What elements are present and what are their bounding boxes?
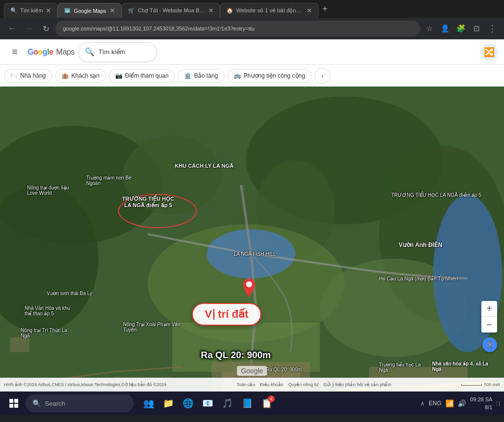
map-footer: Hình ảnh ©2024 Airbus,CNES / Airbus,Maxa… [0,378,504,392]
tab-batdongsan-close[interactable]: ✕ [307,7,312,14]
maps-controls: 🔀 [480,43,498,61]
new-tab-button[interactable]: + [318,4,332,14]
tab-search-close[interactable]: ✕ [46,7,51,14]
taskbar-search-bar[interactable]: 🔍 Search [26,394,134,412]
location-pin[interactable] [241,277,257,300]
zoom-controls: + − [481,301,497,332]
tab-chotot-close[interactable]: ✕ [208,7,214,14]
map-link-privacy[interactable]: Quyền riêng tư [288,382,318,387]
tab-chotot[interactable]: 🛒 Chợ Tốt - Website Mua Bán, Rao... ✕ [122,3,220,18]
poi-filter-bar: 🍽️ Nhà hàng 🏨 Khách sạn 📷 Điểm tham quan… [0,65,504,87]
reload-button[interactable]: ↻ [38,21,53,36]
maps-search-text: Tìm kiếm [98,48,125,56]
tab-batdongsan[interactable]: 🏠 Website số 1 về bất động sản - N... ✕ [220,3,318,18]
poi-chip-transit-label: Phương tiện công cộng [244,72,305,79]
tab-search[interactable]: 🔍 Tìm kiếm ✕ [4,3,58,18]
taskbar-apps-area: 👥 📁 🌐 📧 🎵 📘 📋 4 [136,394,418,412]
svg-rect-22 [10,337,30,352]
poi-chip-attraction-label: Điểm tham quan [125,72,168,79]
taskbar-search-text: Search [45,400,65,407]
maps-search-icon: 🔍 [85,47,94,57]
transit-icon: 🚌 [234,72,241,79]
forward-button[interactable]: → [22,21,36,36]
taskbar-language[interactable]: ENG [429,400,441,407]
menu-button[interactable]: ⋮ [485,22,499,35]
hotel-icon: 🏨 [62,72,69,79]
map-copyright: Hình ảnh ©2024 Airbus,CNES / Airbus,Maxa… [4,382,166,387]
map-container[interactable]: KHU CÁCH LY LA NGÃ Trường mầm non Bé Ngo… [0,87,504,392]
taskbar-app-facebook[interactable]: 📘 [238,394,256,412]
tab-bar: 🔍 Tìm kiếm ✕ 🗺️ Google Maps ✕ 🛒 Chợ Tốt … [0,0,504,18]
maps-menu-button[interactable]: ≡ [6,43,24,61]
zoom-in-button[interactable]: + [481,301,497,317]
taskbar-search-icon: 🔍 [32,399,41,407]
maps-logo-text: Maps [56,48,74,56]
tab-googlemaps-label: Google Maps [74,8,107,14]
poi-chip-restaurant-label: Nhà hàng [20,72,46,79]
tab-batdongsan-label: Website số 1 về bất động sản - N... [236,7,304,14]
poi-more-button[interactable]: › [315,68,330,84]
poi-chip-museum-label: Bảo tàng [194,72,218,79]
address-bar[interactable]: google.com/maps/@11.1691302,107.2453018,… [55,21,420,36]
taskbar-app-teams[interactable]: 👥 [140,394,158,412]
map-link-global[interactable]: Toàn cầu [237,382,255,387]
taskbar: 🔍 Search 👥 📁 🌐 📧 🎵 📘 📋 4 ∧ ENG 📶 🔊 09:28… [0,392,504,415]
taskbar-show-desktop[interactable]: | [496,401,500,406]
bookmark-star-icon[interactable]: ☆ [422,22,436,35]
tab-batdongsan-favicon: 🏠 [226,7,233,14]
maps-search-box[interactable]: 🔍 Tìm kiếm [78,42,157,62]
taskbar-time[interactable]: 09:28 SA 8/1 [470,395,492,412]
poi-chip-restaurant[interactable]: 🍽️ Nhà hàng [4,69,52,83]
poi-chip-hotel[interactable]: 🏨 Khách sạn [55,69,106,83]
address-text: google.com/maps/@11.1691302,107.2453018,… [63,26,254,31]
map-satellite-bg [0,87,504,392]
back-button[interactable]: ← [5,21,20,36]
tab-chotot-label: Chợ Tốt - Website Mua Bán, Rao... [138,7,205,14]
tab-googlemaps[interactable]: 🗺️ Google Maps ✕ [58,3,122,18]
poi-chip-hotel-label: Khách sạn [71,72,99,79]
taskbar-app-explorer[interactable]: 📁 [159,394,177,412]
browser-chrome: 🔍 Tìm kiếm ✕ 🗺️ Google Maps ✕ 🛒 Chợ Tốt … [0,0,504,87]
map-link-feedback[interactable]: Gửi ý kiến phản hồi về sản phẩm [323,382,391,387]
taskbar-app-spotify[interactable]: 🎵 [219,394,236,412]
windows-icon [9,399,18,408]
tab-search-label: Tìm kiếm [20,7,43,14]
map-link-terms[interactable]: Điều khoản [260,382,284,387]
museum-icon: 🏛️ [184,72,191,79]
taskbar-wifi-icon[interactable]: 📶 [445,399,454,407]
maps-header: ≡ Google Maps 🔍 Tìm kiếm 🔀 [0,39,504,65]
svg-point-23 [246,281,252,287]
tab-googlemaps-favicon: 🗺️ [64,7,71,14]
taskbar-app-edge[interactable]: 🌐 [179,394,197,412]
sidebar-toggle-icon[interactable]: ⊡ [470,22,483,35]
taskbar-chevron-icon[interactable]: ∧ [420,400,425,407]
taskbar-volume-icon[interactable]: 🔊 [458,399,466,407]
maps-directions-button[interactable]: 🔀 [480,43,498,61]
pegman-button[interactable]: 🚶 [482,337,497,352]
address-bar-row: ← → ↻ google.com/maps/@11.1691302,107.24… [0,18,504,39]
poi-chip-attraction[interactable]: 📷 Điểm tham quan [109,69,175,83]
google-map-logo: Google [237,366,267,376]
poi-chip-transit[interactable]: 🚌 Phương tiện công cộng [227,69,312,83]
restaurant-icon: 🍽️ [10,72,18,79]
tab-chotot-favicon: 🛒 [128,7,135,14]
tab-search-favicon: 🔍 [10,7,17,14]
notification-badge: 4 [268,395,275,402]
zoom-out-button[interactable]: − [481,317,497,332]
poi-chip-museum[interactable]: 🏛️ Bảo tàng [178,69,224,83]
distance-label: Ra QL 20: 900m [201,350,271,361]
map-footer-links: Toàn cầu Điều khoản Quyền riêng tư Gửi ý… [237,382,391,387]
maps-logo: Google Maps [28,48,74,57]
attraction-icon: 📷 [115,72,123,79]
tab-googlemaps-close[interactable]: ✕ [110,7,115,14]
taskbar-app-notifications[interactable]: 📋 4 [258,394,276,412]
svg-point-3 [123,136,221,214]
map-scale: 500 mét [461,382,500,387]
vi-tri-dat-label: Vị trí đất [192,303,261,326]
taskbar-app-mail[interactable]: 📧 [199,394,217,412]
extensions-icon[interactable]: 🧩 [454,22,468,35]
profile-icon[interactable]: 👤 [438,22,452,35]
start-button[interactable] [4,393,24,413]
taskbar-system-tray: ∧ ENG 📶 🔊 09:28 SA 8/1 | [420,395,500,412]
